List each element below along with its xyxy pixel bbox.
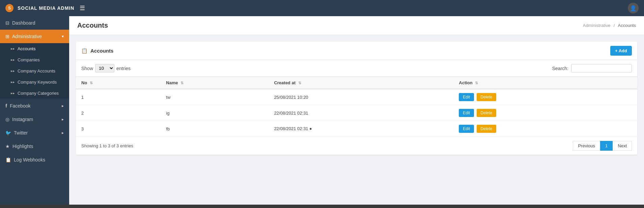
panel-title-icon: 📋 — [81, 48, 88, 54]
cell-created-at: 22/08/2021 02:31 — [269, 105, 453, 121]
highlights-icon: ★ — [5, 144, 10, 149]
entries-select[interactable]: 10 25 50 100 — [95, 64, 114, 72]
panel-header: 📋 Accounts + Add — [76, 42, 637, 60]
cell-no: 2 — [76, 105, 161, 121]
delete-button[interactable]: Delete — [477, 125, 497, 133]
sub-label-accounts: Accounts — [18, 46, 35, 51]
sidebar-label-dashboard: Dashboard — [12, 20, 35, 26]
main-layout: ⊟ Dashboard ⊞ Administrative ▾ ▸▸ Accoun… — [0, 16, 644, 205]
edit-button[interactable]: Edit — [459, 109, 474, 117]
sort-icon-no: ⇅ — [90, 81, 93, 85]
edit-button[interactable]: Edit — [459, 93, 474, 101]
user-avatar[interactable]: 👤 — [628, 3, 639, 13]
cell-name: ig — [161, 105, 269, 121]
sub-label-company-keywords: Company Keywords — [18, 80, 57, 85]
breadcrumb: Administrative / Accounts — [583, 23, 636, 28]
breadcrumb-current: Accounts — [618, 23, 636, 28]
sidebar-label-highlights: Highlights — [12, 144, 33, 149]
sidebar-sub-item-companies[interactable]: ▸▸ Companies — [0, 54, 69, 65]
cell-no: 1 — [76, 89, 161, 105]
delete-button[interactable]: Delete — [477, 93, 497, 101]
cell-action: Edit Delete — [453, 89, 637, 105]
table-footer: Showing 1 to 3 of 3 entries Previous 1 N… — [76, 137, 637, 155]
sidebar-item-dashboard[interactable]: ⊟ Dashboard — [0, 16, 69, 30]
sidebar-label-twitter: Twitter — [14, 130, 28, 136]
cell-name: fb — [161, 121, 269, 137]
sidebar-sub-item-accounts[interactable]: ▸▸ Accounts — [0, 43, 69, 54]
sidebar-item-instagram[interactable]: ◎ Instagram ▸ — [0, 113, 69, 126]
table-row: 3 fb 22/08/2021 02:31 • Edit Delete — [76, 121, 637, 137]
chevron-right-icon-tw: ▸ — [62, 130, 64, 135]
next-button[interactable]: Next — [613, 141, 632, 151]
show-label: Show — [81, 66, 93, 71]
sidebar: ⊟ Dashboard ⊞ Administrative ▾ ▸▸ Accoun… — [0, 16, 69, 205]
chevron-down-icon: ▾ — [62, 34, 64, 39]
page-1-button[interactable]: 1 — [600, 141, 613, 151]
panel-title-text: Accounts — [90, 48, 113, 54]
chevron-right-icon-ig: ▸ — [62, 117, 64, 122]
col-name[interactable]: Name ⇅ — [161, 77, 269, 89]
log-webhooks-icon: 📋 — [5, 157, 11, 162]
search-box: Search: — [552, 64, 632, 72]
sort-icon-created: ⇅ — [298, 81, 301, 85]
top-navbar: S SOCIAL MEDIA ADMIN ☰ 👤 — [0, 0, 644, 16]
sub-label-company-accounts: Company Accounts — [18, 68, 55, 73]
show-entries: Show 10 25 50 100 entries — [81, 64, 131, 72]
accounts-panel: 📋 Accounts + Add Show 10 25 50 100 entri… — [76, 42, 637, 155]
table-row: 2 ig 22/08/2021 02:31 Edit Delete — [76, 105, 637, 121]
arrow-icon-3: ▸▸ — [11, 69, 15, 73]
delete-button[interactable]: Delete — [477, 109, 497, 117]
edit-button[interactable]: Edit — [459, 125, 474, 133]
bottom-scrollbar[interactable] — [0, 205, 644, 208]
add-button[interactable]: + Add — [610, 46, 632, 56]
breadcrumb-separator: / — [614, 23, 615, 28]
sidebar-item-administrative[interactable]: ⊞ Administrative ▾ — [0, 30, 69, 43]
sub-label-company-categories: Company Categories — [18, 91, 59, 96]
content-header: Accounts Administrative / Accounts — [69, 16, 644, 35]
content-area: Accounts Administrative / Accounts 📋 Acc… — [69, 16, 644, 205]
panel-title: 📋 Accounts — [81, 48, 113, 54]
pagination: Previous 1 Next — [573, 141, 632, 151]
sidebar-label-administrative: Administrative — [12, 34, 42, 39]
col-action[interactable]: Action ⇅ — [453, 77, 637, 89]
twitter-icon: 🐦 — [5, 130, 11, 136]
brand-title: SOCIAL MEDIA ADMIN — [18, 5, 74, 11]
sort-icon-name: ⇅ — [180, 81, 184, 85]
sidebar-item-twitter[interactable]: 🐦 Twitter ▸ — [0, 126, 69, 140]
col-no[interactable]: No ⇅ — [76, 77, 161, 89]
showing-text: Showing 1 to 3 of 3 entries — [81, 143, 133, 148]
table-row: 1 tw 25/08/2021 10:20 Edit Delete — [76, 89, 637, 105]
sidebar-item-facebook[interactable]: f Facebook ▸ — [0, 99, 69, 113]
administrative-icon: ⊞ — [5, 34, 9, 39]
sidebar-sub-item-company-keywords[interactable]: ▸▸ Company Keywords — [0, 77, 69, 88]
prev-button[interactable]: Previous — [573, 141, 600, 151]
sidebar-sub-item-company-accounts[interactable]: ▸▸ Company Accounts — [0, 65, 69, 77]
table-header-row: No ⇅ Name ⇅ Created at ⇅ Action — [76, 77, 637, 89]
sidebar-label-instagram: Instagram — [12, 117, 33, 122]
sidebar-sub-item-company-categories[interactable]: ▸▸ Company Categories — [0, 88, 69, 99]
cell-action: Edit Delete — [453, 121, 637, 137]
hamburger-icon[interactable]: ☰ — [80, 4, 85, 12]
accounts-table: No ⇅ Name ⇅ Created at ⇅ Action — [76, 77, 637, 137]
instagram-icon: ◎ — [5, 117, 9, 122]
facebook-icon: f — [5, 103, 7, 109]
breadcrumb-parent: Administrative — [583, 23, 611, 28]
col-created-at[interactable]: Created at ⇅ — [269, 77, 453, 89]
arrow-icon: ▸▸ — [11, 47, 15, 51]
arrow-icon-5: ▸▸ — [11, 91, 15, 95]
chevron-right-icon-fb: ▸ — [62, 103, 64, 108]
entries-label: entries — [116, 66, 131, 71]
sidebar-item-log-webhooks[interactable]: 📋 Log Webhooks — [0, 153, 69, 167]
arrow-icon-2: ▸▸ — [11, 58, 15, 62]
table-body: 1 tw 25/08/2021 10:20 Edit Delete 2 ig 2… — [76, 89, 637, 137]
sidebar-label-log-webhooks: Log Webhooks — [14, 157, 45, 162]
sort-icon-action: ⇅ — [475, 81, 478, 85]
cell-action: Edit Delete — [453, 105, 637, 121]
search-input[interactable] — [571, 64, 632, 72]
search-label: Search: — [552, 66, 568, 71]
sidebar-label-facebook: Facebook — [10, 103, 30, 109]
table-controls: Show 10 25 50 100 entries Search: — [76, 60, 637, 77]
sidebar-item-highlights[interactable]: ★ Highlights — [0, 140, 69, 153]
page-title: Accounts — [77, 22, 108, 29]
cell-created-at: 25/08/2021 10:20 — [269, 89, 453, 105]
